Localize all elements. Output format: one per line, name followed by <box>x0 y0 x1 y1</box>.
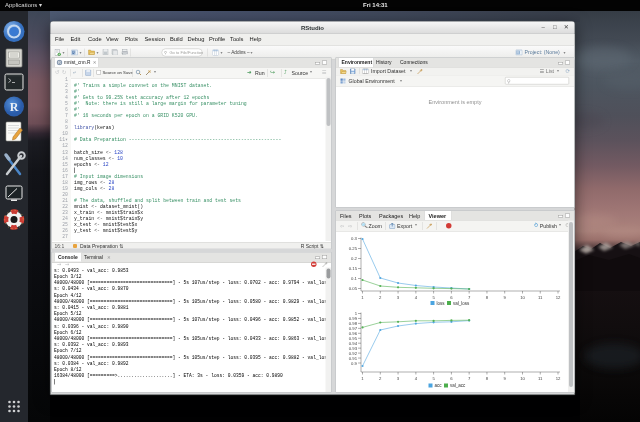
svg-text:R: R <box>58 60 61 65</box>
svg-text:1: 1 <box>361 376 364 381</box>
svg-text:8: 8 <box>486 376 489 381</box>
svg-text:10: 10 <box>520 376 525 381</box>
svg-text:3: 3 <box>397 295 400 300</box>
svg-text:7: 7 <box>468 295 471 300</box>
svg-text:1: 1 <box>361 295 364 300</box>
svg-text:9: 9 <box>504 295 507 300</box>
svg-text:0.9: 0.9 <box>351 361 358 366</box>
svg-text:4: 4 <box>415 376 418 381</box>
svg-text:9: 9 <box>504 376 507 381</box>
svg-text:R: R <box>10 100 19 114</box>
svg-text:0.2: 0.2 <box>351 256 358 261</box>
svg-text:4: 4 <box>415 295 418 300</box>
svg-text:0.3: 0.3 <box>351 236 358 241</box>
svg-text:2: 2 <box>379 376 382 381</box>
svg-text:12: 12 <box>556 376 561 381</box>
svg-text:12: 12 <box>556 295 561 300</box>
svg-text:10: 10 <box>520 295 525 300</box>
svg-text:11: 11 <box>538 295 543 300</box>
svg-text:0.05: 0.05 <box>349 286 358 291</box>
svg-text:0.25: 0.25 <box>349 246 358 251</box>
svg-text:11: 11 <box>538 376 543 381</box>
svg-text:loss: loss <box>437 301 446 306</box>
svg-text:3: 3 <box>397 376 400 381</box>
svg-text:8: 8 <box>486 295 489 300</box>
svg-text:0.1: 0.1 <box>351 276 358 281</box>
svg-text:0.15: 0.15 <box>349 266 358 271</box>
svg-text:7: 7 <box>468 376 471 381</box>
svg-text:6: 6 <box>450 295 453 300</box>
svg-text:val_acc: val_acc <box>450 383 466 388</box>
svg-text:acc: acc <box>435 383 443 388</box>
svg-text:5: 5 <box>432 295 435 300</box>
svg-text:6: 6 <box>450 376 453 381</box>
svg-text:2: 2 <box>379 295 382 300</box>
svg-text:val_loss: val_loss <box>453 301 470 306</box>
svg-text:5: 5 <box>432 376 435 381</box>
